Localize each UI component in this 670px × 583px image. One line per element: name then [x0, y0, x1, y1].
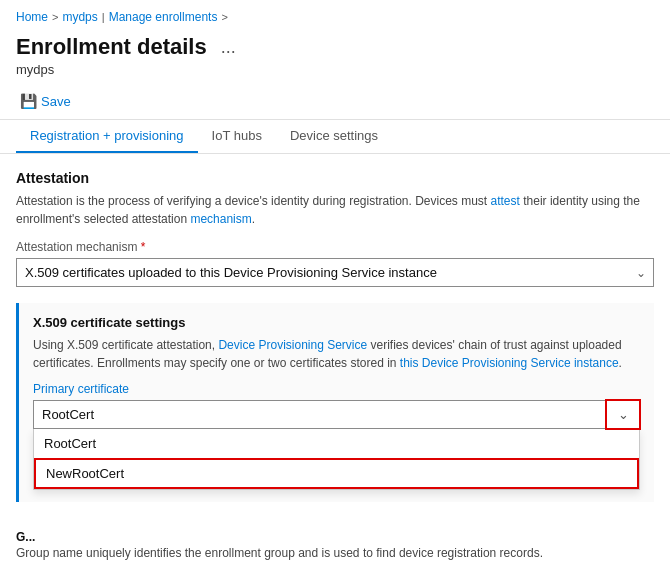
tab-registration-provisioning[interactable]: Registration + provisioning: [16, 120, 198, 153]
primary-cert-chevron-icon: ⌄: [618, 407, 629, 422]
attest-link[interactable]: attest: [491, 194, 520, 208]
save-label: Save: [41, 94, 71, 109]
toolbar: 💾 Save: [0, 85, 670, 120]
tab-iot-hubs[interactable]: IoT hubs: [198, 120, 276, 153]
save-icon: 💾: [20, 93, 37, 109]
cert-option-rootcert[interactable]: RootCert: [34, 429, 639, 458]
page-header: Enrollment details ...: [0, 30, 670, 60]
attestation-title: Attestation: [16, 170, 654, 186]
ellipsis-button[interactable]: ...: [215, 35, 242, 60]
x509-description: Using X.509 certificate attestation, Dev…: [33, 336, 640, 372]
attestation-description: Attestation is the process of verifying …: [16, 192, 654, 228]
dps-link[interactable]: Device Provisioning Service: [218, 338, 367, 352]
group-name-label: G...: [16, 530, 654, 544]
primary-cert-select-wrapper: ⌄: [33, 400, 640, 429]
tabs-container: Registration + provisioning IoT hubs Dev…: [0, 120, 670, 154]
tab-device-settings[interactable]: Device settings: [276, 120, 392, 153]
mechanism-label: Attestation mechanism *: [16, 240, 654, 254]
dps-instance-link[interactable]: this Device Provisioning Service instanc…: [400, 356, 619, 370]
main-content: Attestation Attestation is the process o…: [0, 154, 670, 570]
breadcrumb-sep2: |: [102, 11, 105, 23]
mechanism-link[interactable]: mechanism: [190, 212, 251, 226]
page-subtitle: mydps: [0, 60, 670, 85]
breadcrumb: Home > mydps | Manage enrollments >: [0, 0, 670, 30]
breadcrumb-sep3: >: [221, 11, 227, 23]
x509-subsection: X.509 certificate settings Using X.509 c…: [16, 303, 654, 502]
save-button[interactable]: 💾 Save: [16, 91, 75, 111]
required-indicator: *: [141, 240, 146, 254]
primary-cert-input[interactable]: [33, 400, 640, 429]
x509-title: X.509 certificate settings: [33, 315, 640, 330]
group-name-description: Group name uniquely identifies the enrol…: [16, 544, 654, 562]
group-name-section: G... Group name uniquely identifies the …: [16, 518, 654, 570]
mechanism-select-wrapper: X.509 certificates uploaded to this Devi…: [16, 258, 654, 287]
cert-option-newrootcert[interactable]: NewRootCert: [34, 458, 639, 489]
page-title: Enrollment details: [16, 34, 207, 60]
primary-cert-label: Primary certificate: [33, 382, 640, 396]
primary-cert-chevron-button[interactable]: ⌄: [606, 400, 640, 429]
breadcrumb-home[interactable]: Home: [16, 10, 48, 24]
breadcrumb-sep1: >: [52, 11, 58, 23]
breadcrumb-mydps[interactable]: mydps: [62, 10, 97, 24]
mechanism-select[interactable]: X.509 certificates uploaded to this Devi…: [16, 258, 654, 287]
breadcrumb-manage-enrollments[interactable]: Manage enrollments: [109, 10, 218, 24]
cert-dropdown-menu: RootCert NewRootCert: [33, 429, 640, 490]
